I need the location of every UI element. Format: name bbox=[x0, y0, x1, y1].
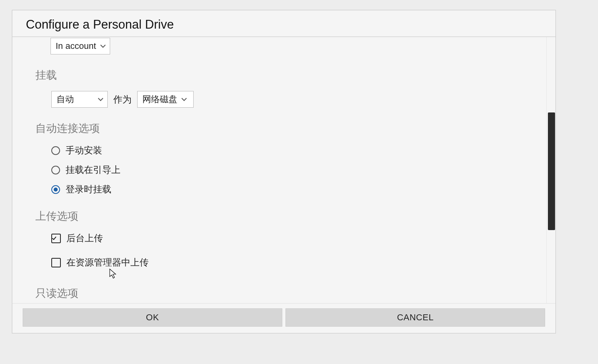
autoconnect-options: 手动安装 挂载在引导上 登录时挂载 bbox=[51, 144, 523, 196]
radio-mount-on-boot[interactable]: 挂载在引导上 bbox=[51, 164, 523, 176]
checkbox-label: 在资源管理器中上传 bbox=[66, 256, 149, 269]
checkbox-explorer-upload[interactable]: 在资源管理器中上传 bbox=[51, 256, 523, 269]
section-title-upload: 上传选项 bbox=[35, 209, 523, 223]
radio-icon bbox=[51, 166, 60, 174]
radio-icon bbox=[51, 185, 60, 194]
configure-drive-dialog: Configure a Personal Drive In account 挂载 bbox=[12, 10, 556, 333]
scrollbar-thumb[interactable] bbox=[548, 112, 555, 230]
chevron-down-icon bbox=[98, 97, 103, 101]
chevron-down-icon bbox=[181, 97, 187, 101]
mount-row: 自动 作为 网络磁盘 bbox=[51, 91, 523, 108]
ok-button[interactable]: OK bbox=[23, 308, 282, 327]
chevron-down-icon bbox=[100, 44, 106, 48]
dialog-body-wrap: In account 挂载 自动 bbox=[12, 37, 555, 303]
radio-label: 登录时挂载 bbox=[66, 183, 111, 196]
cancel-button[interactable]: CANCEL bbox=[285, 308, 545, 327]
dialog-body: In account 挂载 自动 bbox=[12, 37, 546, 303]
radio-manual-install[interactable]: 手动安装 bbox=[51, 144, 523, 157]
dialog-content: In account 挂载 自动 bbox=[12, 38, 546, 303]
checkbox-icon bbox=[51, 258, 61, 267]
section-title-autoconnect: 自动连接选项 bbox=[35, 121, 523, 136]
mount-as-label: 作为 bbox=[113, 93, 132, 106]
checkbox-label: 后台上传 bbox=[66, 232, 103, 244]
mount-mode-dropdown[interactable]: 自动 bbox=[51, 91, 108, 108]
radio-label: 挂载在引导上 bbox=[66, 164, 120, 176]
checkbox-icon bbox=[51, 234, 61, 243]
account-dropdown[interactable]: In account bbox=[50, 38, 110, 54]
mount-as-dropdown-label: 网络磁盘 bbox=[142, 93, 177, 105]
checkbox-background-upload[interactable]: 后台上传 bbox=[51, 232, 523, 244]
section-title-mount: 挂载 bbox=[35, 68, 523, 82]
dialog-title: Configure a Personal Drive bbox=[12, 10, 555, 37]
radio-label: 手动安装 bbox=[66, 144, 102, 157]
account-dropdown-label: In account bbox=[56, 41, 96, 51]
radio-icon bbox=[51, 146, 60, 155]
mount-as-dropdown[interactable]: 网络磁盘 bbox=[137, 91, 194, 108]
upload-options: 后台上传 在资源管理器中上传 bbox=[51, 232, 523, 269]
account-dropdown-row: In account bbox=[50, 38, 523, 54]
scrollbar-track[interactable] bbox=[546, 37, 555, 303]
mount-mode-label: 自动 bbox=[56, 93, 74, 105]
dialog-footer: OK CANCEL bbox=[12, 303, 555, 333]
radio-mount-on-login[interactable]: 登录时挂载 bbox=[51, 183, 523, 196]
section-title-readonly: 只读选项 bbox=[35, 286, 523, 300]
